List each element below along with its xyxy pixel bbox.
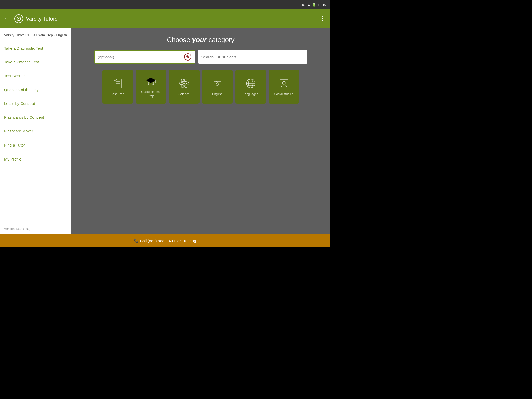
page-title: Choose your category: [167, 36, 234, 44]
sidebar-item-practice[interactable]: Take a Practice Test: [0, 55, 71, 69]
person-card-icon: [278, 77, 290, 90]
sidebar-version: Version 1.6.8 (180): [0, 223, 71, 234]
sidebar-study-section: Question of the Day Learn by Concept Fla…: [0, 83, 71, 138]
sidebar-spacer: [0, 166, 71, 223]
signal-icon: ▲: [307, 3, 311, 7]
filter-box: [94, 50, 195, 64]
status-bar: 4G ▲ 🔋 11:19: [0, 0, 330, 9]
title-suffix: category: [207, 36, 235, 44]
sidebar-item-profile[interactable]: My Profile: [0, 152, 71, 166]
svg-rect-26: [280, 80, 288, 87]
category-card-languages[interactable]: Languages: [235, 70, 266, 104]
overflow-menu-button[interactable]: ⋮: [320, 15, 326, 22]
sidebar-header: Varsity Tutors GRE® Exam Prep - English: [0, 28, 71, 41]
network-indicator: 4G: [301, 3, 305, 7]
sidebar-item-tutor[interactable]: Find a Tutor: [0, 138, 71, 152]
graduation-icon: [145, 75, 157, 88]
sidebar-profile-section: My Profile: [0, 152, 71, 166]
search-row: [94, 50, 307, 64]
svg-marker-10: [146, 78, 156, 83]
category-label-graduate: Graduate Test Prep: [138, 90, 164, 98]
sidebar-item-qod[interactable]: Question of the Day: [0, 83, 71, 97]
search-subject-box: [198, 50, 307, 64]
book-icon: [211, 77, 224, 90]
checklist-icon: [111, 77, 124, 90]
sidebar-item-diagnostic[interactable]: Take a Diagnostic Test: [0, 41, 71, 55]
sidebar-tests-section: Take a Diagnostic Test Take a Practice T…: [0, 41, 71, 83]
filter-input[interactable]: [98, 55, 184, 59]
svg-rect-18: [216, 79, 217, 81]
category-card-graduate[interactable]: Graduate Test Prep: [136, 70, 166, 104]
sidebar-item-maker[interactable]: Flashcard Maker: [0, 124, 71, 138]
app-logo: [14, 14, 23, 23]
category-label-social: Social studies: [274, 92, 293, 96]
svg-point-5: [187, 56, 188, 57]
time-display: 11:19: [318, 3, 326, 7]
status-icons: 4G ▲ 🔋 11:19: [301, 3, 326, 7]
sidebar-item-learn[interactable]: Learn by Concept: [0, 97, 71, 110]
category-label-science: Science: [178, 92, 190, 96]
svg-rect-6: [114, 79, 121, 88]
app-bar: ← Varsity Tutors ⋮: [0, 9, 330, 28]
category-label-test-prep: Test Prep: [111, 92, 124, 96]
back-button[interactable]: ←: [4, 15, 10, 22]
search-subject-input[interactable]: [201, 55, 304, 59]
app-title: Varsity Tutors: [26, 16, 320, 22]
atom-icon: [178, 77, 190, 90]
globe-icon: [244, 77, 257, 90]
svg-point-15: [183, 83, 185, 84]
title-italic: your: [192, 36, 207, 44]
content-inner: Choose your category: [77, 36, 325, 104]
category-card-english[interactable]: English: [202, 70, 233, 104]
category-card-science[interactable]: Science: [169, 70, 200, 104]
filter-icon: [184, 53, 191, 61]
category-card-test-prep[interactable]: Test Prep: [102, 70, 133, 104]
svg-line-4: [188, 57, 189, 58]
call-bar[interactable]: 📞 Call (888) 888–1401 for Tutoring: [0, 234, 330, 247]
category-label-english: English: [212, 92, 222, 96]
sidebar-item-results[interactable]: Test Results: [0, 69, 71, 83]
sidebar: Varsity Tutors GRE® Exam Prep - English …: [0, 28, 71, 234]
sidebar-tutor-section: Find a Tutor: [0, 138, 71, 152]
battery-icon: 🔋: [312, 3, 316, 7]
title-plain: Choose: [167, 36, 192, 44]
svg-rect-16: [214, 79, 221, 88]
svg-point-2: [18, 18, 19, 19]
category-card-social[interactable]: Social studies: [269, 70, 299, 104]
content-area: Choose your category: [71, 28, 330, 234]
sidebar-item-flashcards[interactable]: Flashcards by Concept: [0, 110, 71, 124]
main-layout: Varsity Tutors GRE® Exam Prep - English …: [0, 28, 330, 234]
svg-point-27: [282, 81, 285, 84]
category-label-languages: Languages: [243, 92, 258, 96]
call-bar-text: 📞 Call (888) 888–1401 for Tutoring: [134, 238, 196, 243]
svg-point-19: [216, 83, 219, 86]
category-grid: Test Prep Graduate Test Prep: [94, 70, 307, 104]
